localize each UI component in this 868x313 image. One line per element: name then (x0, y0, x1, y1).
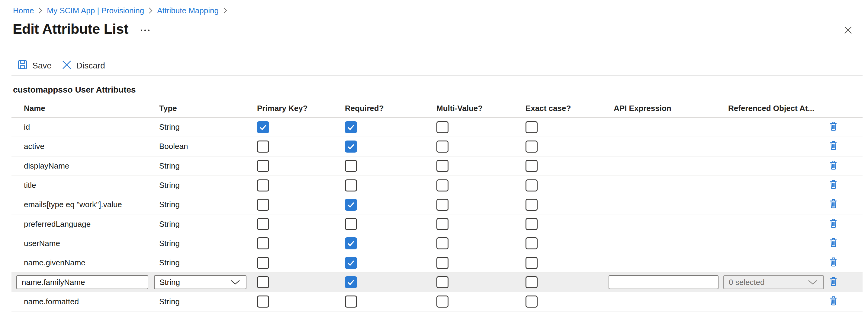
delete-attribute-button[interactable] (829, 140, 840, 153)
attribute-name: emails[type eq "work"].value (24, 200, 159, 209)
discard-button[interactable]: Discard (62, 60, 105, 72)
required-checkbox[interactable] (345, 141, 357, 152)
attribute-name: title (24, 181, 159, 190)
delete-attribute-button[interactable] (829, 179, 840, 192)
command-bar: Save Discard (18, 59, 105, 72)
selected-type-value: String (159, 278, 180, 287)
primary-key-checkbox[interactable] (257, 141, 269, 152)
attribute-type: String (159, 123, 257, 132)
multi-value-checkbox[interactable] (436, 218, 448, 230)
close-icon (843, 26, 852, 36)
table-row: emails[type eq "work"].valueString (11, 195, 863, 214)
multi-value-checkbox[interactable] (436, 141, 448, 152)
primary-key-checkbox[interactable] (257, 199, 269, 211)
primary-key-checkbox[interactable] (257, 179, 269, 192)
table-body: idStringactiveBooleandisplayNameStringti… (11, 117, 863, 312)
multi-value-checkbox[interactable] (436, 237, 448, 249)
breadcrumb-link-1[interactable]: Home (13, 6, 34, 15)
api-expression-input[interactable] (609, 275, 718, 289)
column-header: Multi-Value? (436, 104, 526, 117)
toolbar-divider (11, 75, 863, 76)
save-button-label: Save (32, 61, 52, 71)
delete-attribute-button[interactable] (829, 198, 840, 211)
required-checkbox[interactable] (345, 121, 357, 133)
exact-case-checkbox[interactable] (526, 141, 537, 152)
primary-key-checkbox[interactable] (257, 237, 269, 249)
column-header: Name (24, 104, 159, 117)
primary-key-checkbox[interactable] (257, 295, 269, 308)
required-checkbox[interactable] (345, 257, 357, 269)
exact-case-checkbox[interactable] (526, 218, 537, 230)
required-checkbox[interactable] (345, 218, 357, 230)
multi-value-checkbox[interactable] (436, 199, 448, 211)
breadcrumb-link-3[interactable]: Attribute Mapping (157, 6, 219, 15)
primary-key-checkbox[interactable] (257, 257, 269, 269)
trash-icon (829, 257, 837, 269)
table-row: name.givenNameString (11, 253, 863, 273)
exact-case-checkbox[interactable] (526, 121, 537, 133)
breadcrumb: HomeMy SCIM App | ProvisioningAttribute … (13, 5, 227, 16)
exact-case-checkbox[interactable] (526, 160, 537, 172)
close-button[interactable] (843, 25, 854, 36)
required-checkbox[interactable] (345, 179, 357, 192)
referenced-object-select[interactable]: 0 selected (723, 275, 824, 289)
table-row: titleString (11, 176, 863, 195)
exact-case-checkbox[interactable] (526, 179, 537, 192)
delete-attribute-button[interactable] (829, 237, 840, 250)
required-checkbox[interactable] (345, 237, 357, 249)
multi-value-checkbox[interactable] (436, 257, 448, 269)
multi-value-checkbox[interactable] (436, 276, 448, 288)
exact-case-checkbox[interactable] (526, 295, 537, 308)
exact-case-checkbox[interactable] (526, 257, 537, 269)
breadcrumb-link-2[interactable]: My SCIM App | Provisioning (47, 6, 144, 15)
attribute-type: String (159, 181, 257, 190)
attribute-name: userName (24, 239, 159, 248)
delete-attribute-button[interactable] (829, 159, 840, 172)
primary-key-checkbox[interactable] (257, 160, 269, 172)
required-checkbox[interactable] (345, 276, 357, 288)
table-row: displayNameString (11, 156, 863, 176)
trash-icon (829, 179, 837, 191)
attribute-type: Boolean (159, 142, 257, 151)
trash-icon (829, 277, 837, 288)
delete-attribute-button[interactable] (829, 276, 840, 289)
attribute-type: String (159, 219, 257, 229)
page-title: Edit Attribute List (13, 21, 128, 37)
primary-key-checkbox[interactable] (257, 276, 269, 288)
attribute-type-select[interactable]: String (154, 275, 246, 289)
required-checkbox[interactable] (345, 295, 357, 308)
table-row: idString (11, 117, 863, 137)
delete-attribute-button[interactable] (829, 295, 840, 308)
attribute-type: String (159, 297, 257, 306)
chevron-right-icon (38, 7, 42, 14)
delete-attribute-button[interactable] (829, 256, 840, 270)
column-header: Exact case? (526, 104, 614, 117)
primary-key-checkbox[interactable] (257, 218, 269, 230)
multi-value-checkbox[interactable] (436, 179, 448, 192)
multi-value-checkbox[interactable] (436, 295, 448, 308)
multi-value-checkbox[interactable] (436, 160, 448, 172)
exact-case-checkbox[interactable] (526, 276, 537, 288)
multi-value-checkbox[interactable] (436, 121, 448, 133)
table-row: name.formattedString (11, 292, 863, 312)
delete-attribute-button[interactable] (829, 217, 840, 231)
primary-key-checkbox[interactable] (257, 121, 269, 133)
exact-case-checkbox[interactable] (526, 237, 537, 249)
more-options-button[interactable] (139, 28, 151, 33)
delete-attribute-button[interactable] (829, 120, 840, 134)
required-checkbox[interactable] (345, 199, 357, 211)
table-row: preferredLanguageString (11, 214, 863, 234)
discard-button-label: Discard (76, 61, 105, 71)
attribute-name: preferredLanguage (24, 219, 159, 229)
exact-case-checkbox[interactable] (526, 199, 537, 211)
ellipsis-icon (144, 30, 146, 31)
save-button[interactable]: Save (18, 60, 52, 72)
attribute-name-input[interactable] (16, 275, 148, 289)
trash-icon (829, 160, 837, 172)
column-header: Required? (345, 104, 436, 117)
referenced-object-value: 0 selected (729, 278, 765, 287)
required-checkbox[interactable] (345, 160, 357, 172)
section-heading: customappsso User Attributes (13, 85, 136, 95)
column-header: API Expression (614, 104, 728, 117)
column-header: Type (159, 104, 257, 117)
